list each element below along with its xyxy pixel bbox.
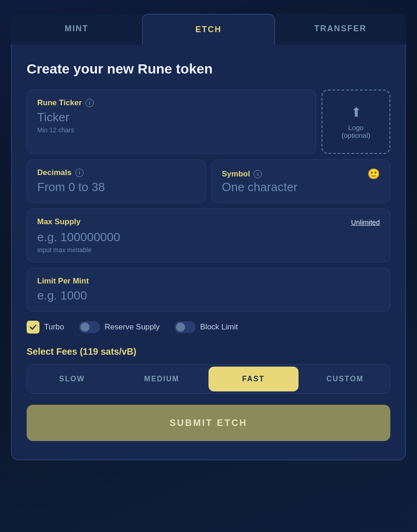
max-supply-placeholder[interactable]: e.g. 100000000 <box>37 230 380 244</box>
fee-tab-slow[interactable]: SLOW <box>27 365 117 393</box>
max-supply-hint: Input max mintable <box>37 246 380 254</box>
main-panel: Create your new Rune token Rune Ticker i… <box>11 45 406 460</box>
decimals-info-icon[interactable]: i <box>75 169 84 177</box>
symbol-info-icon[interactable]: i <box>254 170 262 178</box>
ticker-box: Rune Ticker i Ticker Min 12 chars <box>27 90 316 154</box>
reserve-supply-label: Reserve Supply <box>105 323 160 332</box>
symbol-label-left: Symbol i <box>222 170 262 179</box>
page-title: Create your new Rune token <box>27 61 390 77</box>
logo-upload-box[interactable]: ⬆ Logo(optional) <box>321 90 390 154</box>
decimals-placeholder[interactable]: From 0 to 38 <box>37 180 195 194</box>
reserve-supply-checkbox-item[interactable]: Reserve Supply <box>79 321 160 333</box>
ticker-placeholder[interactable]: Ticker <box>37 110 305 125</box>
turbo-checkbox-item[interactable]: Turbo <box>27 321 64 334</box>
tab-etch[interactable]: ETCH <box>142 14 275 45</box>
tab-bar: MINT ETCH TRANSFER <box>11 14 406 45</box>
fee-tab-custom[interactable]: CUSTOM <box>300 365 390 393</box>
symbol-placeholder[interactable]: One character <box>222 180 380 194</box>
logo-label: Logo(optional) <box>342 124 371 139</box>
limit-per-mint-label: Limit Per Mint <box>37 277 380 286</box>
decimals-label: Decimals i <box>37 168 195 177</box>
fee-tab-fast[interactable]: FAST <box>208 367 299 391</box>
decimals-symbol-row: Decimals i From 0 to 38 Symbol i 🙂 One c… <box>27 159 390 203</box>
reserve-supply-toggle[interactable] <box>79 321 100 333</box>
ticker-hint: Min 12 chars <box>37 126 305 134</box>
ticker-info-icon[interactable]: i <box>85 99 94 107</box>
fees-title: Select Fees (119 sats/vB) <box>27 346 390 357</box>
tab-transfer[interactable]: TRANSFER <box>275 14 406 45</box>
ticker-logo-row: Rune Ticker i Ticker Min 12 chars ⬆ Logo… <box>27 90 390 154</box>
checkmark-icon <box>29 323 37 331</box>
ticker-label: Rune Ticker i <box>37 98 305 108</box>
emoji-picker-icon[interactable]: 🙂 <box>367 168 380 180</box>
limit-per-mint-box: Limit Per Mint e.g. 1000 <box>27 268 390 311</box>
symbol-label: Symbol i <box>222 170 262 179</box>
decimals-box: Decimals i From 0 to 38 <box>27 159 206 203</box>
turbo-checkbox[interactable] <box>27 321 39 334</box>
tab-mint[interactable]: MINT <box>11 14 142 45</box>
app-container: MINT ETCH TRANSFER Create your new Rune … <box>11 14 406 460</box>
limit-per-mint-placeholder[interactable]: e.g. 1000 <box>37 289 380 303</box>
max-supply-label: Max Supply <box>37 217 80 226</box>
max-supply-box: Max Supply Unlimited e.g. 100000000 Inpu… <box>27 209 390 262</box>
fee-tab-medium[interactable]: MEDIUM <box>117 365 207 393</box>
turbo-label: Turbo <box>44 323 64 332</box>
symbol-header: Symbol i 🙂 <box>222 168 380 180</box>
block-limit-checkbox-item[interactable]: Block Limit <box>175 321 238 333</box>
supply-header: Max Supply Unlimited <box>37 217 380 226</box>
fee-tabs: SLOW MEDIUM FAST CUSTOM <box>27 364 390 394</box>
block-limit-label: Block Limit <box>200 323 238 332</box>
unlimited-link[interactable]: Unlimited <box>351 218 380 226</box>
checkboxes-row: Turbo Reserve Supply Block Limit <box>27 321 390 334</box>
submit-etch-button[interactable]: SUBMIT ETCH <box>27 405 390 441</box>
symbol-box: Symbol i 🙂 One character <box>211 159 390 203</box>
upload-icon: ⬆ <box>351 105 361 120</box>
block-limit-toggle[interactable] <box>175 321 196 333</box>
